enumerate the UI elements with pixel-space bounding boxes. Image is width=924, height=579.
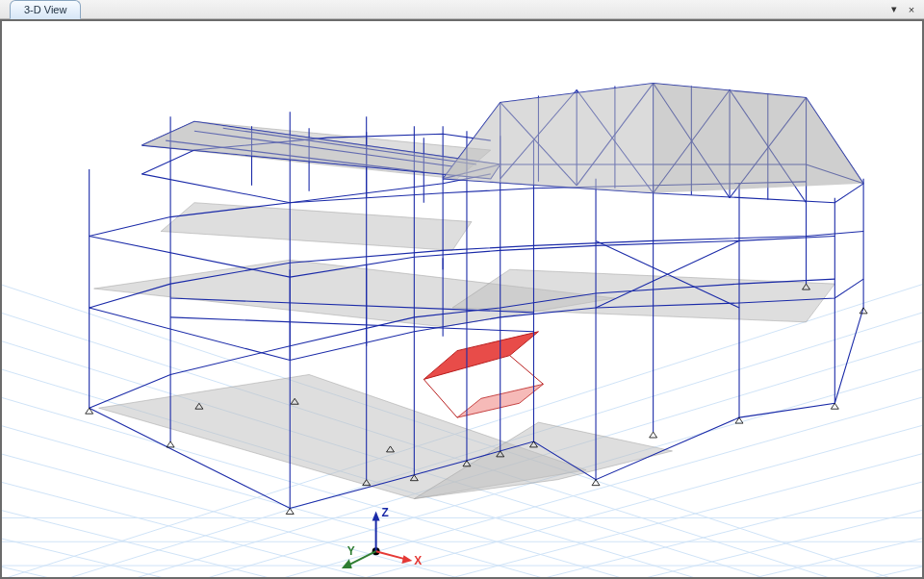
axis-y-label: Y [347,544,355,558]
svg-marker-82 [654,84,863,193]
svg-marker-88 [401,555,412,564]
svg-line-34 [424,379,457,417]
svg-line-87 [376,551,405,559]
tab-bar-controls: ▾ × [887,0,924,18]
axis-x-label: X [414,554,422,567]
axis-z-label: Z [382,506,389,519]
svg-marker-29 [161,203,472,251]
close-icon: × [909,4,914,15]
tab-3d-view[interactable]: 3-D View [10,0,81,19]
svg-line-21 [2,556,922,577]
tab-close-button[interactable]: × [905,3,918,16]
scene-svg: Z X Y [2,21,922,577]
selected-element [424,332,543,417]
tab-label: 3-D View [24,4,66,15]
tab-dropdown-icon: ▾ [891,3,897,15]
axis-gizmo: Z X Y [342,506,422,568]
svg-line-10 [2,556,922,577]
roof-shading [141,84,863,193]
viewport-3d[interactable]: Z X Y [0,19,924,579]
svg-marker-31 [424,332,538,380]
svg-marker-86 [372,511,380,520]
svg-line-33 [510,356,544,385]
tab-bar: 3-D View ▾ × [0,0,924,19]
tab-dropdown-button[interactable]: ▾ [887,3,901,16]
